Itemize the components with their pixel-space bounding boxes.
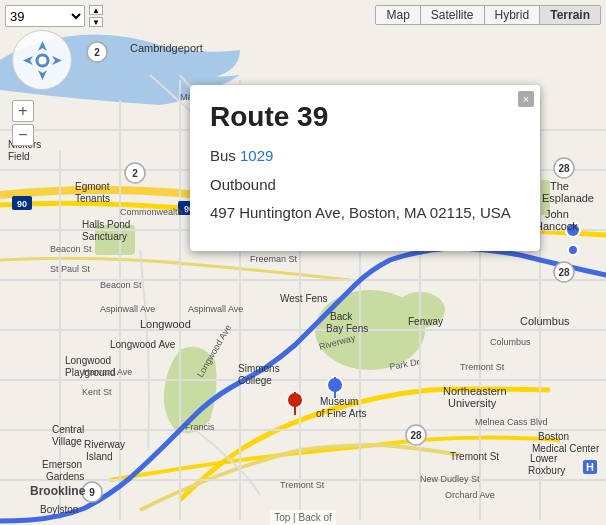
svg-text:Tenants: Tenants [75, 193, 110, 204]
svg-text:West Fens: West Fens [280, 293, 328, 304]
svg-text:Island: Island [86, 451, 113, 462]
bus-number-link[interactable]: 1029 [240, 147, 273, 164]
svg-text:Aspinwall Ave: Aspinwall Ave [188, 304, 243, 314]
map-button[interactable]: Map [376, 6, 420, 24]
svg-text:Longwood: Longwood [65, 355, 111, 366]
route-title: Route 39 [210, 101, 520, 133]
satellite-button[interactable]: Satellite [421, 6, 485, 24]
svg-text:Field: Field [8, 151, 30, 162]
svg-text:2: 2 [94, 47, 100, 58]
svg-text:Northeastern: Northeastern [443, 385, 507, 397]
svg-text:Egmont: Egmont [75, 181, 110, 192]
svg-text:Gardens: Gardens [46, 471, 84, 482]
svg-text:28: 28 [558, 267, 570, 278]
svg-text:Boylston: Boylston [40, 504, 78, 515]
map-container: 2 2 90 90 28 28 28 9 H Cambridgeport Nic… [0, 0, 606, 525]
nav-right-icon[interactable] [52, 56, 62, 65]
bus-label: Bus [210, 147, 240, 164]
zoom-out-button[interactable]: − [12, 124, 34, 146]
svg-text:College: College [238, 375, 272, 386]
route-decrement[interactable]: ▼ [89, 17, 103, 27]
direction-info: Outbound [210, 174, 520, 197]
svg-text:Halls Pond: Halls Pond [82, 219, 130, 230]
svg-text:Cambridgeport: Cambridgeport [130, 42, 203, 54]
svg-text:Roxbury: Roxbury [528, 465, 565, 476]
svg-text:Central: Central [52, 424, 84, 435]
svg-text:9: 9 [89, 487, 95, 498]
map-type-buttons: Map Satellite Hybrid Terrain [375, 5, 601, 25]
svg-point-25 [568, 245, 578, 255]
svg-text:Tremont St: Tremont St [280, 480, 325, 490]
svg-text:University: University [448, 397, 497, 409]
svg-text:Museum: Museum [320, 396, 358, 407]
nav-up-icon[interactable] [38, 41, 47, 51]
popup-close-button[interactable]: × [518, 91, 534, 107]
svg-text:Orchard Ave: Orchard Ave [445, 490, 495, 500]
nav-left-icon[interactable] [23, 56, 33, 65]
svg-text:Beacon St: Beacon St [100, 280, 142, 290]
svg-text:New Dudley St: New Dudley St [420, 474, 480, 484]
svg-text:Columbus: Columbus [490, 337, 531, 347]
svg-text:90: 90 [17, 199, 27, 209]
terrain-button[interactable]: Terrain [540, 6, 600, 24]
svg-text:Tremont St: Tremont St [450, 451, 499, 462]
route-select[interactable]: 39 [5, 5, 85, 27]
svg-text:Beacon St: Beacon St [50, 244, 92, 254]
svg-text:Village: Village [52, 436, 82, 447]
svg-text:Simmons: Simmons [238, 363, 280, 374]
svg-text:Back: Back [330, 311, 353, 322]
svg-text:John: John [545, 208, 569, 220]
svg-text:Brookline: Brookline [30, 484, 86, 498]
svg-text:Medical Center: Medical Center [532, 443, 600, 454]
svg-text:Harvard Ave: Harvard Ave [83, 367, 132, 377]
top-controls: 39 ▲ ▼ [5, 5, 103, 27]
bus-info: Bus 1029 [210, 145, 520, 168]
hybrid-button[interactable]: Hybrid [485, 6, 541, 24]
svg-point-104 [38, 56, 46, 64]
svg-text:of Fine Arts: of Fine Arts [316, 408, 367, 419]
svg-text:Longwood: Longwood [140, 318, 191, 330]
svg-text:Esplanade: Esplanade [542, 192, 594, 204]
info-popup: × Route 39 Bus 1029 Outbound 497 Hunting… [190, 85, 540, 251]
zoom-controls: + − [12, 100, 34, 146]
svg-text:Kent St: Kent St [82, 387, 112, 397]
svg-text:Bay Fens: Bay Fens [326, 323, 368, 334]
map-attribution: Top | Back of [270, 510, 336, 525]
svg-text:Commonwealth Ave: Commonwealth Ave [120, 207, 200, 217]
nav-arrows-icon [15, 33, 70, 88]
nav-controls [12, 30, 72, 90]
svg-text:Boston: Boston [538, 431, 569, 442]
nav-down-icon[interactable] [38, 70, 47, 80]
svg-text:28: 28 [558, 163, 570, 174]
svg-text:Emerson: Emerson [42, 459, 82, 470]
svg-text:Melnea Cass Blvd: Melnea Cass Blvd [475, 417, 548, 427]
svg-text:Lower: Lower [530, 453, 558, 464]
svg-text:Fenway: Fenway [408, 316, 443, 327]
svg-text:H: H [586, 461, 594, 473]
svg-text:Freeman St: Freeman St [250, 254, 298, 264]
svg-text:Columbus: Columbus [520, 315, 570, 327]
svg-text:Riverway: Riverway [84, 439, 125, 450]
svg-text:The: The [550, 180, 569, 192]
svg-text:St Paul St: St Paul St [50, 264, 91, 274]
map-background: 2 2 90 90 28 28 28 9 H Cambridgeport Nic… [0, 0, 606, 525]
svg-text:28: 28 [410, 430, 422, 441]
zoom-in-button[interactable]: + [12, 100, 34, 122]
svg-text:Francis: Francis [185, 422, 215, 432]
svg-text:Tremont St: Tremont St [460, 362, 505, 372]
svg-text:Sanctuary: Sanctuary [82, 231, 127, 242]
nav-circle [12, 30, 72, 90]
route-increment[interactable]: ▲ [89, 5, 103, 15]
address-info: 497 Huntington Ave, Boston, MA 02115, US… [210, 202, 520, 225]
svg-text:2: 2 [132, 168, 138, 179]
svg-text:Longwood Ave: Longwood Ave [110, 339, 176, 350]
svg-text:Hancock: Hancock [535, 220, 578, 232]
svg-text:Aspinwall Ave: Aspinwall Ave [100, 304, 155, 314]
